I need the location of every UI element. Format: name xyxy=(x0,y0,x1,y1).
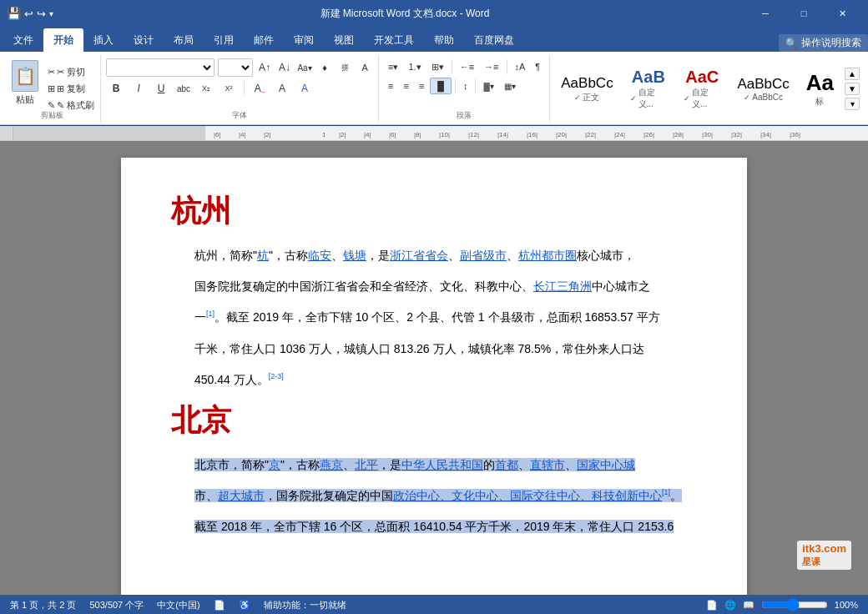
link-chaodachengshi[interactable]: 超大城市 xyxy=(218,489,265,502)
link-qiantang[interactable]: 钱塘 xyxy=(343,249,366,262)
help-search[interactable]: 🔍 操作说明搜索 xyxy=(779,34,868,52)
view-print-icon[interactable]: 📄 xyxy=(706,600,718,611)
bullets-button[interactable]: ≡▾ xyxy=(384,58,402,75)
view-web-icon[interactable]: 🌐 xyxy=(724,600,736,611)
link-fujisheng[interactable]: 副省级市 xyxy=(460,249,507,262)
search-icon: 🔍 xyxy=(785,38,798,49)
underline-button[interactable]: U xyxy=(151,79,171,98)
style-custom2[interactable]: AaC ✓自定义... xyxy=(678,65,726,113)
cut-button[interactable]: ✂ ✂ 剪切 xyxy=(45,65,97,79)
tab-developer[interactable]: 开发工具 xyxy=(364,28,424,52)
svg-text:|24|: |24| xyxy=(614,131,625,138)
link-shoudu[interactable]: 首都 xyxy=(495,458,518,471)
font-shrink-button[interactable]: A↓ xyxy=(276,59,293,76)
minimize-button[interactable]: ─ xyxy=(746,0,785,27)
link-beiping[interactable]: 北平 xyxy=(355,458,378,471)
strikethrough-button[interactable]: abc xyxy=(174,79,194,98)
bold-button[interactable]: B xyxy=(106,79,126,98)
numbering-button[interactable]: 1.▾ xyxy=(404,58,425,75)
line-spacing-button[interactable]: ↕ xyxy=(459,78,472,94)
para-row1: ≡▾ 1.▾ ⊞▾ ←≡ →≡ ↕A ¶ xyxy=(384,58,544,75)
style-normal[interactable]: AaBbCc ✓正文 xyxy=(555,73,618,106)
link-zhixiashi[interactable]: 直辖市 xyxy=(530,458,565,471)
link-linan[interactable]: 临安 xyxy=(308,249,331,262)
tab-home[interactable]: 开始 xyxy=(43,28,83,52)
tab-mailings[interactable]: 邮件 xyxy=(244,28,284,52)
styles-group: AaBbCc ✓正文 AaB ✓自定义... AaC ✓自定义... AaBbC… xyxy=(550,55,865,123)
text-effect-button[interactable]: A xyxy=(295,79,315,98)
zoom-slider[interactable] xyxy=(761,600,828,610)
font-name-select[interactable] xyxy=(106,58,214,77)
title-bar: 💾 ↩ ↪ ▾ 新建 Microsoft Word 文档.docx - Word… xyxy=(0,0,868,27)
maximize-button[interactable]: □ xyxy=(785,0,823,27)
link-yangtze[interactable]: 长江三角洲 xyxy=(533,279,592,293)
link-zhejiang[interactable]: 浙江省省会 xyxy=(390,249,448,262)
tab-view[interactable]: 视图 xyxy=(324,28,364,52)
document-page: 杭州 杭州，简称"杭"，古称临安、钱塘，是浙江省省会、副省级市、杭州都市圈核心城… xyxy=(121,158,747,595)
accessibility-icon: ♿ xyxy=(239,600,250,611)
style-custom1[interactable]: AaB ✓自定义... xyxy=(624,65,673,113)
svg-text:|30|: |30| xyxy=(702,131,713,138)
border-button[interactable]: ▦▾ xyxy=(500,78,520,94)
multilevel-button[interactable]: ⊞▾ xyxy=(427,58,448,75)
font-size-select[interactable] xyxy=(218,58,253,77)
highlight-button[interactable]: A xyxy=(272,79,292,98)
svg-text:|6|: |6| xyxy=(389,131,396,138)
style-custom4[interactable]: Aa 标 xyxy=(800,68,840,110)
shading-button[interactable]: ▓▾ xyxy=(479,78,497,94)
style-custom3[interactable]: AaBbCc ✓AaBbCc xyxy=(731,73,795,104)
view-read-icon[interactable]: 📖 xyxy=(743,600,754,611)
style-custom4-label: 标 xyxy=(815,96,824,108)
link-dushiquan[interactable]: 杭州都市圈 xyxy=(518,249,577,262)
tab-design[interactable]: 设计 xyxy=(124,28,164,52)
tab-file[interactable]: 文件 xyxy=(3,28,43,52)
clear-format-button[interactable]: ♦ xyxy=(316,59,333,76)
tab-layout[interactable]: 布局 xyxy=(164,28,204,52)
tab-references[interactable]: 引用 xyxy=(204,28,244,52)
link-zhengzhi[interactable]: 政治中心、文化中心、国际交往中心、科技创新中心 xyxy=(393,489,662,502)
language: 中文(中国) xyxy=(157,599,199,611)
tab-baiduyun[interactable]: 百度网盘 xyxy=(464,28,524,52)
style-custom4-preview: Aa xyxy=(806,70,834,96)
undo-icon[interactable]: ↩ xyxy=(24,8,33,20)
link-prc[interactable]: 中华人民共和国 xyxy=(401,458,483,471)
align-left-button[interactable]: ≡ xyxy=(384,78,397,94)
paragraph-group-label: 段落 xyxy=(379,110,549,121)
show-marks-button[interactable]: ¶ xyxy=(531,58,544,75)
font-grow-button[interactable]: A↑ xyxy=(256,59,273,76)
link-jing[interactable]: 京 xyxy=(269,458,280,471)
footnote-b1: [1] xyxy=(662,488,670,496)
save-icon[interactable]: 💾 xyxy=(7,7,21,20)
link-hang[interactable]: 杭 xyxy=(257,249,269,262)
tab-help[interactable]: 帮助 xyxy=(424,28,464,52)
italic-button[interactable]: I xyxy=(129,79,149,98)
phonetic-button[interactable]: 拼 xyxy=(336,59,353,76)
close-button[interactable]: ✕ xyxy=(823,0,861,27)
decrease-indent-button[interactable]: ←≡ xyxy=(456,58,478,75)
status-bar-right: 📄 🌐 📖 100% xyxy=(706,600,858,611)
styles-more[interactable]: ▾ xyxy=(845,98,860,110)
font-color-button[interactable]: A_ xyxy=(250,79,270,98)
change-case-button[interactable]: Aa▾ xyxy=(296,59,313,76)
customize-qat-icon[interactable]: ▾ xyxy=(49,9,53,18)
sort-button[interactable]: ↕A xyxy=(511,58,530,75)
border-button[interactable]: A xyxy=(356,59,373,76)
tab-insert[interactable]: 插入 xyxy=(83,28,124,52)
svg-text:|2|: |2| xyxy=(339,131,346,138)
subscript-button[interactable]: X₂ xyxy=(196,79,216,98)
align-right-button[interactable]: ≡ xyxy=(415,78,428,94)
link-guojiazx[interactable]: 国家中心城 xyxy=(577,458,635,471)
align-center-button[interactable]: ≡ xyxy=(399,78,412,94)
ruler-corner xyxy=(0,126,13,140)
copy-button[interactable]: ⊞ ⊞ 复制 xyxy=(45,82,97,96)
increase-indent-button[interactable]: →≡ xyxy=(480,58,502,75)
link-yanjing[interactable]: 燕京 xyxy=(320,458,343,471)
justify-button[interactable]: ▐▌ xyxy=(430,78,452,94)
tab-review[interactable]: 审阅 xyxy=(284,28,324,52)
superscript-button[interactable]: X² xyxy=(219,79,239,98)
redo-icon[interactable]: ↪ xyxy=(37,8,46,20)
divider xyxy=(244,81,245,96)
styles-scroll-down[interactable]: ▼ xyxy=(845,83,860,95)
styles-scroll-up[interactable]: ▲ xyxy=(845,68,860,80)
window-title: 新建 Microsoft Word 文档.docx - Word xyxy=(63,7,746,21)
